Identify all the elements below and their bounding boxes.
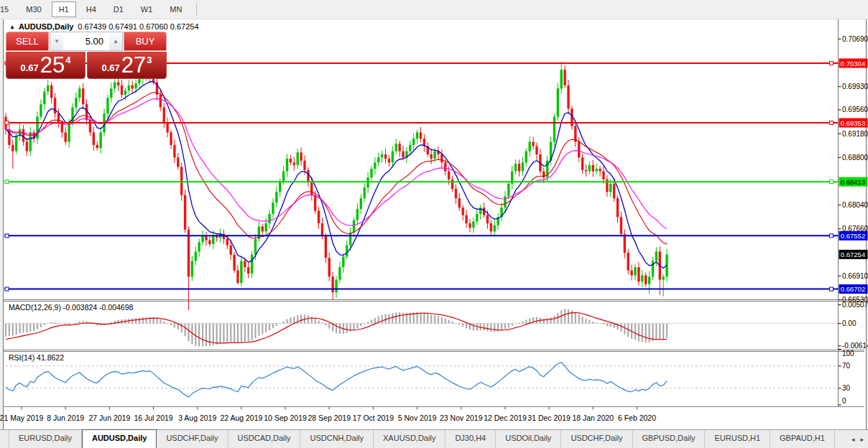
volume-decrease-icon[interactable]: ▼ (50, 32, 63, 50)
svg-text:-0.00614: -0.00614 (842, 342, 868, 350)
svg-text:0.68413: 0.68413 (841, 178, 865, 186)
sell-price-pip-digit: 4 (65, 52, 70, 65)
svg-text:23 Nov 2019: 23 Nov 2019 (440, 414, 483, 422)
svg-text:3 Aug 2019: 3 Aug 2019 (178, 414, 216, 422)
chart-ohlc-values: 0.67439 0.67491 0.67060 0.67254 (78, 22, 198, 31)
buy-price-prefix: 0.67 (101, 62, 119, 78)
volume-increase-icon[interactable]: ▲ (109, 32, 122, 50)
svg-text:10 Sep 2019: 10 Sep 2019 (264, 414, 307, 422)
svg-text:30: 30 (842, 384, 851, 392)
tab-gbpaud-h1[interactable]: GBPAUD,H1 (770, 430, 835, 448)
tab-usdcnh-daily[interactable]: USDCNH,Daily (300, 430, 374, 448)
svg-text:0.67660: 0.67660 (842, 225, 868, 233)
svg-text:100: 100 (842, 350, 854, 358)
rsi-indicator-label: RSI(14) 41.8622 (9, 353, 64, 362)
timeframe-w1[interactable]: W1 (134, 1, 160, 17)
svg-text:0.66910: 0.66910 (842, 272, 868, 280)
svg-text:0.00: 0.00 (842, 319, 857, 327)
tab-usdchf-daily[interactable]: USDCHF,Daily (157, 430, 228, 448)
svg-text:5 Nov 2019: 5 Nov 2019 (398, 414, 437, 422)
svg-text:31 Dec 2019: 31 Dec 2019 (527, 414, 571, 422)
tab-usdoil-daily[interactable]: USDOil,Daily (496, 430, 561, 448)
svg-text:16 Jul 2019: 16 Jul 2019 (134, 414, 172, 422)
tab-scroll-left-icon[interactable]: ◂ (851, 436, 855, 443)
svg-text:0.66702: 0.66702 (841, 285, 865, 293)
svg-text:0.68800: 0.68800 (842, 154, 868, 162)
svg-text:28 Sep 2019: 28 Sep 2019 (308, 414, 351, 422)
volume-input[interactable]: 5.00 (63, 32, 109, 50)
buy-price-big-digits: 27 (121, 53, 146, 78)
svg-text:6 Feb 2020: 6 Feb 2020 (618, 414, 656, 422)
buy-button[interactable]: BUY (124, 32, 167, 51)
macd-indicator-label: MACD(12,26,9) -0.003824 -0.004698 (9, 303, 133, 312)
tab-audusd-daily[interactable]: AUDUSD,Daily (82, 429, 157, 448)
timeframe-h1[interactable]: H1 (52, 1, 76, 17)
sell-price-box[interactable]: 0.67 25 4 (6, 52, 86, 79)
svg-text:27 Jun 2019: 27 Jun 2019 (88, 414, 130, 422)
collapse-triangle-icon[interactable]: ▲ (9, 24, 15, 30)
svg-text:12 Dec 2019: 12 Dec 2019 (484, 414, 527, 422)
timeframe-h4[interactable]: H4 (79, 1, 103, 17)
svg-text:0.70690: 0.70690 (842, 35, 868, 43)
svg-text:0.69930: 0.69930 (842, 83, 868, 90)
svg-text:0.67552: 0.67552 (841, 232, 865, 240)
svg-text:21 May 2019: 21 May 2019 (0, 414, 44, 422)
tab-eurusd-daily[interactable]: EURUSD,Daily (9, 430, 82, 448)
timeframe-d1[interactable]: D1 (106, 1, 131, 17)
tab-stub (0, 430, 9, 448)
svg-text:18 Jan 2020: 18 Jan 2020 (572, 414, 614, 422)
timeframe-mn[interactable]: MN (162, 1, 189, 17)
svg-text:0.69180: 0.69180 (842, 130, 868, 138)
tab-gbpusd-daily[interactable]: GBPUSD,Daily (633, 430, 706, 448)
buy-price-pip-digit: 3 (147, 52, 152, 65)
sell-price-prefix: 0.67 (20, 62, 38, 78)
timeframe-m30[interactable]: M30 (19, 1, 48, 17)
sell-button[interactable]: SELL (6, 32, 49, 51)
svg-text:0.69560: 0.69560 (842, 106, 868, 113)
buy-price-box[interactable]: 0.67 27 3 (87, 52, 167, 79)
sell-price-big-digits: 25 (40, 53, 65, 78)
toolbar-separator (196, 3, 197, 16)
svg-text:0.69353: 0.69353 (841, 119, 865, 127)
volume-spinbox: ▼ 5.00 ▲ (50, 32, 123, 51)
tab-eurusd-h1[interactable]: EURUSD,H1 (705, 430, 770, 448)
svg-text:0.70304: 0.70304 (841, 60, 865, 67)
tab-usdcad-daily[interactable]: USDCAD,Daily (228, 430, 301, 448)
svg-text:0.68040: 0.68040 (842, 201, 868, 209)
svg-text:0.67254: 0.67254 (841, 251, 865, 258)
timeframe-m15[interactable]: 15 (0, 1, 16, 17)
timeframe-toolbar: 15 M30 H1 H4 D1 W1 MN (0, 0, 868, 19)
svg-text:8 Jun 2019: 8 Jun 2019 (47, 414, 84, 422)
chart-tabbar: EURUSD,Daily AUDUSD,Daily USDCHF,Daily U… (0, 429, 868, 448)
chart-title: ▲AUDUSD,Daily0.67439 0.67491 0.67060 0.6… (9, 22, 199, 31)
tab-dj30-h4[interactable]: DJ30,H4 (445, 430, 496, 448)
svg-text:22 Aug 2019: 22 Aug 2019 (220, 414, 262, 422)
tab-usdchf-daily-2[interactable]: USDCHF,Daily (561, 430, 632, 448)
svg-text:17 Oct 2019: 17 Oct 2019 (353, 414, 394, 422)
tab-scroll-right-icon[interactable]: ▸ (860, 436, 864, 443)
tab-xauusd-daily[interactable]: XAUUSD,Daily (374, 430, 445, 448)
svg-text:0: 0 (842, 397, 846, 405)
one-click-trading-panel: SELL ▼ 5.00 ▲ BUY 0.67 25 4 0.67 27 3 (6, 32, 167, 79)
chart-symbol-label: AUDUSD,Daily (19, 22, 73, 31)
svg-text:0.005076: 0.005076 (842, 301, 868, 309)
svg-text:70: 70 (842, 362, 851, 370)
